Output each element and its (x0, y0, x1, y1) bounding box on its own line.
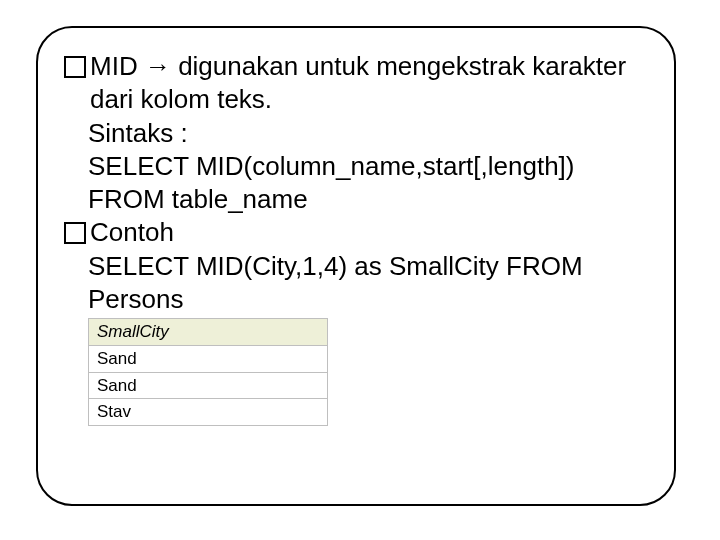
bullet-mid-text: MID → digunakan untuk mengekstrak karakt… (90, 50, 648, 117)
bullet-contoh: Contoh (64, 216, 648, 249)
table-cell: Stav (89, 399, 328, 426)
bullet-mid: MID → digunakan untuk mengekstrak karakt… (64, 50, 648, 117)
table-row: Sand (89, 345, 328, 372)
table-header-row: SmallCity (89, 319, 328, 346)
table-cell: Sand (89, 345, 328, 372)
bullet-contoh-text: Contoh (90, 216, 648, 249)
square-bullet-icon (64, 222, 86, 244)
arrow-icon: → (145, 51, 171, 81)
result-table: SmallCity Sand Sand Stav (88, 318, 328, 426)
slide: MID → digunakan untuk mengekstrak karakt… (0, 0, 720, 540)
table-row: Sand (89, 372, 328, 399)
example-line: SELECT MID(City,1,4) as SmallCity FROM P… (88, 250, 648, 317)
table-row: Stav (89, 399, 328, 426)
table-cell: Sand (89, 372, 328, 399)
mid-lead: MID (90, 51, 138, 81)
rounded-frame: MID → digunakan untuk mengekstrak karakt… (36, 26, 676, 506)
syntax-line: SELECT MID(column_name,start[,length]) F… (88, 150, 648, 217)
syntax-label: Sintaks : (88, 117, 648, 150)
mid-rest: digunakan untuk mengekstrak karakter dar… (90, 51, 626, 114)
content-block: MID → digunakan untuk mengekstrak karakt… (64, 50, 648, 426)
square-bullet-icon (64, 56, 86, 78)
table-header-smallcity: SmallCity (89, 319, 328, 346)
